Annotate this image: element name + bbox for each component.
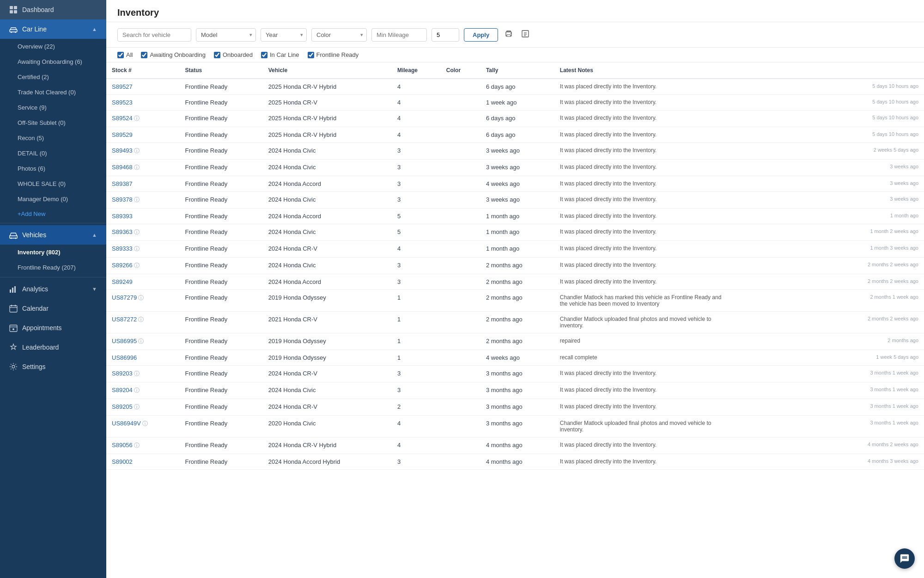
stock-link[interactable]: S89056 xyxy=(112,442,133,449)
checkbox-all[interactable] xyxy=(117,52,124,58)
checkbox-onboarded[interactable] xyxy=(214,52,220,58)
awaiting-label: Awaiting Onboarding (6) xyxy=(18,58,82,65)
sidebar-sub-trade[interactable]: Trade Not Cleared (0) xyxy=(0,85,106,100)
stock-link[interactable]: US87279 xyxy=(112,294,137,301)
color-select[interactable]: Color xyxy=(311,28,367,42)
filter-frontline-ready[interactable]: Frontline Ready xyxy=(308,51,359,58)
stock-link[interactable]: S89529 xyxy=(112,131,133,138)
sidebar-sub-inventory[interactable]: Inventory (802) xyxy=(0,245,106,260)
cell-stock: S89393 xyxy=(106,209,180,224)
info-icon[interactable]: ⓘ xyxy=(134,387,140,394)
info-icon[interactable]: ⓘ xyxy=(134,370,140,377)
info-icon[interactable]: ⓘ xyxy=(134,148,140,154)
info-icon[interactable]: ⓘ xyxy=(134,197,140,203)
stock-link[interactable]: S89333 xyxy=(112,245,133,252)
sidebar-sub-certified[interactable]: Certified (2) xyxy=(0,69,106,85)
search-input[interactable] xyxy=(117,28,191,42)
note-text: It was placed directly into the Inventor… xyxy=(560,458,657,465)
offsite-label: Off-Site Sublet (0) xyxy=(18,119,66,126)
stock-link[interactable]: S89249 xyxy=(112,278,133,285)
print-icon[interactable] xyxy=(503,28,515,42)
sidebar-item-vehicles[interactable]: Vehicles ▲ xyxy=(0,225,106,245)
info-icon[interactable]: ⓘ xyxy=(134,404,140,410)
stock-link[interactable]: S89493 xyxy=(112,147,133,154)
sidebar-sub-frontline[interactable]: Frontline Ready (207) xyxy=(0,260,106,275)
filter-in-car-line[interactable]: In Car Line xyxy=(261,51,299,58)
sidebar-sub-recon[interactable]: Recon (5) xyxy=(0,130,106,146)
info-icon[interactable]: ⓘ xyxy=(134,164,140,171)
checkbox-in-car-line[interactable] xyxy=(261,52,267,58)
sidebar-sub-overview[interactable]: Overview (22) xyxy=(0,39,106,54)
stock-link[interactable]: S89002 xyxy=(112,458,133,465)
stock-link[interactable]: S89523 xyxy=(112,99,133,106)
stock-link[interactable]: S89203 xyxy=(112,370,133,377)
model-select[interactable]: Model xyxy=(196,28,256,42)
sidebar-sub-managerdemo[interactable]: Manager Demo (0) xyxy=(0,191,106,207)
sidebar-sub-wholesale[interactable]: WHOLE SALE (0) xyxy=(0,176,106,191)
apply-button[interactable]: Apply xyxy=(464,28,498,42)
cell-mileage: 3 xyxy=(392,176,441,192)
stock-link[interactable]: US86996 xyxy=(112,354,137,361)
stock-link[interactable]: S89527 xyxy=(112,83,133,90)
stock-link[interactable]: S89204 xyxy=(112,387,133,394)
year-select-wrap: Year xyxy=(261,28,307,42)
sidebar-item-calendar[interactable]: Calendar xyxy=(0,299,106,318)
photos-label: Photos (6) xyxy=(18,165,45,172)
table-row: US86996 Frontline Ready 2019 Honda Odyss… xyxy=(106,350,924,366)
sidebar-item-carline[interactable]: Car Line ▲ xyxy=(0,19,106,39)
stock-link[interactable]: S89266 xyxy=(112,262,133,269)
stock-link[interactable]: S89205 xyxy=(112,403,133,410)
sidebar-add-new[interactable]: +Add New xyxy=(0,207,106,221)
checkbox-awaiting-onboarding[interactable] xyxy=(141,52,147,58)
export-icon[interactable] xyxy=(519,28,531,42)
filter-onboarded[interactable]: Onboarded xyxy=(214,51,253,58)
chat-bubble[interactable] xyxy=(894,548,915,569)
stock-link[interactable]: US87272 xyxy=(112,316,137,323)
sidebar-sub-detail[interactable]: DETAIL (0) xyxy=(0,146,106,161)
svg-rect-22 xyxy=(507,35,511,37)
stock-link[interactable]: S89387 xyxy=(112,180,133,187)
filter-all-label: All xyxy=(126,51,133,58)
info-icon[interactable]: ⓘ xyxy=(138,338,144,344)
model-select-wrap: Model xyxy=(196,28,256,42)
sidebar-sub-awaiting[interactable]: Awaiting Onboarding (6) xyxy=(0,54,106,69)
year-select[interactable]: Year xyxy=(261,28,307,42)
sidebar-sub-offsite[interactable]: Off-Site Sublet (0) xyxy=(0,115,106,130)
note-time: 3 months 1 week ago xyxy=(870,387,918,392)
info-icon[interactable]: ⓘ xyxy=(134,115,140,122)
cell-mileage: 3 xyxy=(392,454,441,470)
sidebar-item-appointments[interactable]: Appointments xyxy=(0,318,106,338)
sidebar-item-dashboard[interactable]: Dashboard xyxy=(0,0,106,19)
stock-link[interactable]: US86995 xyxy=(112,338,137,344)
note-time: 1 month 3 weeks ago xyxy=(870,245,918,251)
stock-link[interactable]: S89524 xyxy=(112,115,133,122)
filter-awaiting-onboarding[interactable]: Awaiting Onboarding xyxy=(141,51,205,58)
checkbox-frontline-ready[interactable] xyxy=(308,52,314,58)
sidebar-item-analytics[interactable]: Analytics ▼ xyxy=(0,279,106,299)
stock-link[interactable]: S89363 xyxy=(112,228,133,235)
stock-link[interactable]: S89378 xyxy=(112,196,133,203)
sidebar-item-leaderboard[interactable]: Leaderboard xyxy=(0,338,106,357)
sidebar-item-settings[interactable]: Settings xyxy=(0,357,106,376)
info-icon[interactable]: ⓘ xyxy=(138,316,144,323)
sidebar-vehicles-label: Vehicles xyxy=(22,231,46,239)
info-icon[interactable]: ⓘ xyxy=(142,420,148,427)
cell-vehicle: 2024 Honda CR-V Hybrid xyxy=(263,437,392,454)
cell-notes: It was placed directly into the Inventor… xyxy=(554,274,924,290)
sidebar-sub-photos[interactable]: Photos (6) xyxy=(0,161,106,176)
cell-color xyxy=(441,333,480,350)
info-icon[interactable]: ⓘ xyxy=(134,246,140,252)
info-icon[interactable]: ⓘ xyxy=(134,262,140,269)
info-icon[interactable]: ⓘ xyxy=(138,295,144,301)
info-icon[interactable]: ⓘ xyxy=(134,442,140,449)
info-icon[interactable]: ⓘ xyxy=(134,229,140,235)
stock-link[interactable]: US86949V xyxy=(112,420,141,427)
mileage-value-input[interactable]: 5 xyxy=(432,28,459,42)
stock-link[interactable]: S89393 xyxy=(112,213,133,220)
cell-color xyxy=(441,160,480,176)
col-notes: Latest Notes xyxy=(554,62,924,79)
stock-link[interactable]: S89468 xyxy=(112,164,133,171)
filter-all[interactable]: All xyxy=(117,51,133,58)
min-mileage-input[interactable] xyxy=(371,28,427,42)
sidebar-sub-service[interactable]: Service (9) xyxy=(0,100,106,115)
